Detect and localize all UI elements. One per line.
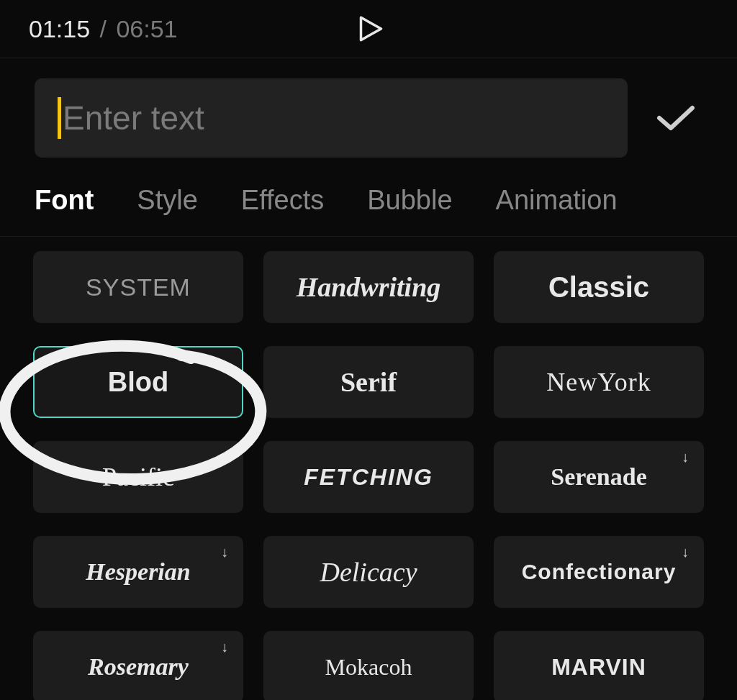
font-label: FETCHING bbox=[304, 464, 433, 491]
font-label: Serenade bbox=[551, 463, 646, 491]
text-placeholder: Enter text bbox=[63, 99, 204, 137]
play-icon bbox=[353, 14, 384, 44]
font-label: Pacific bbox=[102, 462, 174, 492]
time-separator: / bbox=[93, 15, 113, 42]
font-label: Rosemary bbox=[88, 653, 189, 681]
time-display: 01:15 / 06:51 bbox=[29, 15, 178, 43]
font-label: Delicacy bbox=[320, 556, 417, 588]
font-option-rosemary[interactable]: Rosemary↓ bbox=[33, 631, 243, 700]
font-label: Serif bbox=[340, 366, 397, 398]
font-label: Hesperian bbox=[86, 558, 190, 586]
font-option-blod[interactable]: Blod bbox=[33, 346, 243, 418]
playback-bar: 01:15 / 06:51 bbox=[0, 0, 737, 58]
font-label: Classic bbox=[548, 271, 649, 304]
font-option-newyork[interactable]: NewYork bbox=[494, 346, 704, 418]
font-label: SYSTEM bbox=[86, 273, 191, 301]
time-total: 06:51 bbox=[116, 15, 177, 42]
font-option-marvin[interactable]: MARVIN bbox=[494, 631, 704, 700]
download-icon: ↓ bbox=[677, 543, 694, 560]
font-option-handwriting[interactable]: Handwriting bbox=[263, 251, 474, 323]
download-icon: ↓ bbox=[216, 543, 233, 560]
text-cursor bbox=[58, 97, 61, 139]
tab-font[interactable]: Font bbox=[35, 185, 94, 216]
font-option-confectionary[interactable]: Confectionary↓ bbox=[494, 536, 704, 608]
time-current: 01:15 bbox=[29, 15, 90, 42]
confirm-button[interactable] bbox=[649, 96, 702, 140]
font-label: Mokacoh bbox=[325, 654, 412, 681]
tab-effects[interactable]: Effects bbox=[241, 185, 324, 216]
font-label: Blod bbox=[108, 367, 168, 398]
font-label: Confectionary bbox=[522, 560, 677, 584]
font-option-serenade[interactable]: Serenade↓ bbox=[494, 441, 704, 513]
font-option-pacific[interactable]: Pacific bbox=[33, 441, 243, 513]
font-grid: SYSTEMHandwritingClassicBlodSerifNewYork… bbox=[0, 237, 737, 700]
font-option-mokacoh[interactable]: Mokacoh bbox=[263, 631, 474, 700]
text-input[interactable]: Enter text bbox=[35, 78, 628, 158]
tab-bar: FontStyleEffectsBubbleAnimation bbox=[0, 172, 737, 236]
font-option-system[interactable]: SYSTEM bbox=[33, 251, 243, 323]
font-option-fetching[interactable]: FETCHING bbox=[263, 441, 474, 513]
tab-style[interactable]: Style bbox=[137, 185, 197, 216]
font-option-delicacy[interactable]: Delicacy bbox=[263, 536, 474, 608]
check-icon bbox=[656, 104, 695, 132]
font-option-serif[interactable]: Serif bbox=[263, 346, 474, 418]
play-button[interactable] bbox=[353, 14, 384, 44]
text-input-row: Enter text bbox=[0, 58, 737, 172]
download-icon: ↓ bbox=[677, 448, 694, 465]
font-option-hesperian[interactable]: Hesperian↓ bbox=[33, 536, 243, 608]
download-icon: ↓ bbox=[216, 638, 233, 655]
font-label: NewYork bbox=[546, 367, 651, 397]
tab-animation[interactable]: Animation bbox=[496, 185, 618, 216]
font-option-classic[interactable]: Classic bbox=[494, 251, 704, 323]
tab-bubble[interactable]: Bubble bbox=[367, 185, 452, 216]
font-label: Handwriting bbox=[297, 271, 441, 303]
font-label: MARVIN bbox=[551, 654, 646, 681]
